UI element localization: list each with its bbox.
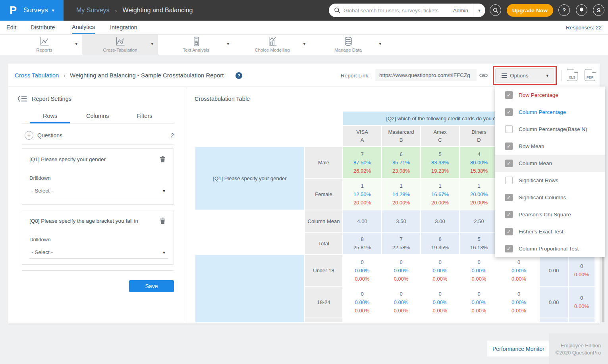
help-icon[interactable]: ? [235,72,242,79]
chevron-down-icon[interactable] [75,41,77,46]
copyright-label: ©2020 QuestionPro [549,349,601,356]
cell-value: 14.29% [392,190,410,198]
user-avatar[interactable]: S [593,4,604,16]
checkbox-checked-icon[interactable]: ✓ [505,143,513,150]
option-item-fisher-s-exact-test[interactable]: ✓Fisher's Exact Test [495,223,605,240]
toolbar-text-analysis[interactable]: Text Analysis [158,35,234,55]
option-item-column-mean[interactable]: ✓Column Mean [495,155,605,172]
checkbox-checked-icon[interactable]: ✓ [505,91,513,99]
cell-value: 0.00% [394,306,409,315]
help-button[interactable]: ? [558,4,570,16]
checkbox-checked-icon[interactable]: ✓ [505,228,513,235]
copy-link-icon[interactable] [479,71,488,81]
checkbox-unchecked-icon[interactable] [505,125,513,133]
tab-integration[interactable]: Integration [110,21,137,34]
option-item-significant-rows[interactable]: Significant Rows [495,172,605,189]
breadcrumb-my-surveys[interactable]: My Surveys [76,7,110,14]
avatar-letter: S [597,7,600,13]
cell-value: 80.00% [470,158,488,167]
chevron-down-icon[interactable] [303,41,305,46]
option-item-column-percentage-base-n[interactable]: Column Percentage(Base N) [495,121,605,138]
toolbar-cross-tabulation[interactable]: Cross-Tabulation [82,35,158,55]
tab-filters[interactable]: Filters [137,113,152,119]
tab-edit[interactable]: Edit [6,21,16,34]
cell-value: 0 [438,290,441,298]
question-mark-icon: ? [237,73,240,78]
chevron-down-icon[interactable] [151,41,153,46]
export-pdf-button[interactable]: PDF [585,69,595,81]
cell-value: 0 [438,258,441,266]
cell-value: 0.00% [472,306,486,315]
checkbox-checked-icon[interactable]: ✓ [505,245,513,252]
data-cell: 825.81% [343,233,381,254]
option-item-significant-columns[interactable]: ✓Significant Columns [495,189,605,206]
add-question-icon[interactable] [25,131,33,140]
chevron-down-icon[interactable] [379,41,381,46]
performance-monitor-link[interactable]: Performance Monitor [492,346,544,352]
toolbar-label: Cross-Tabulation [82,48,158,52]
checkbox-checked-icon[interactable]: ✓ [505,211,513,218]
cross-tabulation-breadcrumb-link[interactable]: Cross Tabulation [15,72,59,79]
data-cell [382,318,420,322]
option-label: Column Proportional Test [519,246,579,252]
report-url-input[interactable] [375,69,477,81]
row-label-male: Male [305,147,342,178]
pdf-file-icon: PDF [587,75,593,79]
checkbox-checked-icon[interactable]: ✓ [505,160,513,167]
export-xls-button[interactable]: XLS [567,69,577,81]
cell-value: 16.13% [470,243,488,252]
drilldown-select[interactable]: - Select - [29,246,168,259]
choice-modelling-icon [267,36,278,47]
chevron-down-icon[interactable] [227,41,229,46]
cell-value: 22.58% [392,243,410,252]
data-cell: 00.00%0.00% [421,287,459,318]
checkbox-unchecked-icon[interactable] [505,177,513,184]
option-item-row-percentage[interactable]: ✓Row Percentage [495,87,605,104]
toolbar-manage-data[interactable]: Manage Data [310,35,386,55]
checkbox-checked-icon[interactable]: ✓ [505,108,513,116]
search-scope-dropdown[interactable] [473,4,485,17]
collapse-panel-icon [17,95,27,102]
data-cell: 516.13% [460,233,498,254]
total-cell [569,318,594,322]
option-item-row-mean[interactable]: ✓Row Mean [495,138,605,155]
options-button[interactable]: Options [495,68,554,83]
tab-rows[interactable]: Rows [43,113,57,119]
cell-value: 87.50% [353,158,371,167]
checkbox-checked-icon[interactable]: ✓ [505,194,513,201]
cell-value: 83.33% [431,158,449,167]
cell-value: 0 [517,258,520,266]
row-label-18-24: 18-24 [305,287,342,318]
option-item-pearson-s-chi-square[interactable]: ✓Pearson's Chi-Square [495,206,605,223]
toolbar-reports[interactable]: Reports [6,35,82,55]
divider [22,144,174,145]
cell-value: 0 [400,290,402,298]
search-button[interactable] [490,4,501,16]
notifications-button[interactable] [576,4,587,16]
save-button[interactable]: Save [129,280,174,292]
product-switcher[interactable]: P Surveys [0,0,64,21]
option-item-column-proportional-test[interactable]: ✓Column Proportional Test [495,240,605,257]
tab-analytics[interactable]: Analytics [72,21,95,34]
cell-value: 25.81% [353,243,371,252]
delete-question-button[interactable] [160,217,166,226]
search-scope-admin[interactable]: Admin [448,8,473,13]
data-cell: 00.00%0.00% [460,287,498,318]
upgrade-now-button[interactable]: Upgrade Now [507,4,553,17]
option-label: Row Percentage [519,92,558,98]
data-cell [499,318,539,322]
options-button-label: Options [510,73,529,79]
cell-value: 0.00% [511,298,526,306]
delete-question-button[interactable] [160,156,166,164]
option-label: Significant Rows [519,177,558,183]
cell-value: 0.00% [394,298,409,306]
drilldown-select[interactable]: - Select - [29,185,168,197]
data-cell: 00.00%0.00% [460,255,498,286]
tab-distribute[interactable]: Distribute [31,21,55,34]
report-settings-collapse[interactable]: Report Settings [17,95,71,102]
option-item-column-percentage[interactable]: ✓Column Percentage [495,104,605,121]
tab-columns[interactable]: Columns [86,113,109,119]
toolbar-choice-modelling[interactable]: Choice Modelling [234,35,310,55]
global-search-input[interactable] [344,8,448,13]
row-label-female: Female [305,179,342,210]
